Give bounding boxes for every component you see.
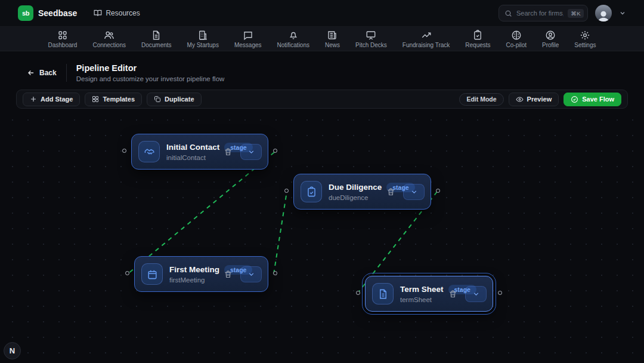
nextjs-dev-badge[interactable]: N	[4, 342, 21, 359]
newspaper-icon	[327, 30, 338, 41]
stage-key: firstMeeting	[169, 276, 216, 284]
layout-grid-icon	[92, 96, 99, 103]
search-shortcut-badge: ⌘K	[568, 9, 584, 18]
nav-item-fundraising-track[interactable]: Fundraising Track	[402, 30, 450, 48]
user-menu-chevron-icon[interactable]	[619, 10, 626, 17]
stage-node-first-meeting[interactable]: First Meeting stage firstMeeting	[134, 256, 268, 292]
input-port[interactable]	[284, 189, 289, 193]
stage-node-due-diligence[interactable]: Due Diligence stage dueDiligence	[293, 174, 431, 210]
building-icon	[197, 30, 208, 41]
stage-title: First Meeting	[169, 265, 219, 274]
gear-icon	[580, 30, 590, 41]
page-header: Back Pipeline Editor Design and customiz…	[0, 51, 644, 90]
main-nav: Dashboard Connections Documents My Start…	[0, 27, 644, 51]
connection-layer	[0, 109, 644, 363]
user-circle-icon	[545, 30, 556, 41]
page-subtitle: Design and customize your investor pipel…	[76, 75, 225, 82]
resources-link[interactable]: Resources	[94, 9, 140, 17]
chevron-down-icon	[410, 188, 418, 196]
delete-stage-button[interactable]	[222, 146, 234, 158]
search-icon	[504, 10, 512, 17]
plus-icon	[30, 96, 37, 103]
stage-key: initialContact	[166, 154, 216, 161]
output-port[interactable]	[436, 189, 440, 193]
clipboard-check-icon	[301, 181, 322, 202]
chevron-down-icon	[472, 290, 480, 298]
stage-title: Initial Contact	[166, 143, 219, 152]
delete-stage-button[interactable]	[222, 269, 234, 280]
avatar[interactable]	[595, 5, 612, 21]
file-icon	[372, 283, 394, 304]
delete-stage-button[interactable]	[385, 186, 397, 198]
document-icon	[151, 30, 162, 41]
output-port[interactable]	[273, 149, 277, 153]
chevron-down-icon	[247, 270, 255, 278]
input-port[interactable]	[122, 149, 126, 153]
book-open-icon	[94, 9, 102, 17]
handshake-icon	[138, 141, 160, 162]
input-port[interactable]	[125, 271, 129, 275]
nav-item-news[interactable]: News	[325, 30, 340, 48]
nav-item-documents[interactable]: Documents	[141, 30, 172, 48]
stage-node-term-sheet[interactable]: Term Sheet stage termSheet	[365, 276, 493, 312]
pipeline-canvas[interactable]: Initial Contact stage initialContact	[0, 109, 644, 363]
stage-title: Due Diligence	[329, 183, 382, 192]
top-bar: sb Seedbase Resources Search for firms, …	[0, 0, 644, 27]
expand-stage-button[interactable]	[240, 144, 262, 160]
output-port[interactable]	[273, 271, 277, 275]
nav-item-pitch-decks[interactable]: Pitch Decks	[355, 30, 387, 48]
nav-item-my-startups[interactable]: My Startups	[187, 30, 219, 48]
editor-toolbar: Add Stage Templates Duplicate Edit Mode	[16, 90, 628, 109]
stage-title: Term Sheet	[400, 285, 444, 294]
nav-item-requests[interactable]: Requests	[465, 30, 490, 48]
clipboard-icon	[472, 30, 483, 41]
bell-icon	[288, 30, 299, 41]
seedbase-logo-icon: sb	[18, 5, 33, 21]
delete-stage-button[interactable]	[447, 288, 459, 300]
brand-name: Seedbase	[38, 8, 77, 18]
dashboard-grid-icon	[57, 30, 68, 41]
nav-item-co-pilot[interactable]: Co-pilot	[506, 30, 527, 48]
eye-icon	[516, 96, 524, 103]
nav-item-settings[interactable]: Settings	[574, 30, 596, 48]
nav-item-messages[interactable]: Messages	[234, 30, 262, 48]
presentation-icon	[366, 30, 376, 41]
chevron-down-icon	[247, 148, 255, 156]
resources-label: Resources	[106, 9, 140, 17]
nav-item-connections[interactable]: Connections	[92, 30, 126, 48]
templates-button[interactable]: Templates	[85, 93, 142, 106]
add-stage-button[interactable]: Add Stage	[23, 93, 80, 106]
expand-stage-button[interactable]	[403, 184, 425, 200]
edge-firstMeeting-dueDiligence[interactable]	[274, 192, 287, 274]
copy-icon	[154, 96, 161, 103]
nav-item-profile[interactable]: Profile	[542, 30, 559, 48]
arrow-left-icon	[27, 69, 35, 77]
check-circle-icon	[571, 96, 578, 103]
expand-stage-button[interactable]	[240, 266, 262, 282]
people-icon	[104, 30, 114, 41]
save-flow-button[interactable]: Save Flow	[564, 93, 621, 106]
search-placeholder: Search for firms, com...	[516, 10, 564, 17]
output-port[interactable]	[498, 291, 502, 295]
stage-key: dueDiligence	[329, 194, 379, 201]
page-title: Pipeline Editor	[76, 63, 225, 73]
edit-mode-badge: Edit Mode	[459, 93, 503, 106]
input-port[interactable]	[356, 291, 360, 295]
preview-button[interactable]: Preview	[509, 93, 559, 106]
stage-key: termSheet	[400, 296, 441, 303]
nav-item-notifications[interactable]: Notifications	[277, 30, 309, 48]
search-input[interactable]: Search for firms, com... ⌘K	[499, 5, 588, 21]
stage-node-initial-contact[interactable]: Initial Contact stage initialContact	[131, 134, 268, 170]
duplicate-button[interactable]: Duplicate	[147, 93, 202, 106]
brand[interactable]: sb Seedbase	[18, 5, 77, 21]
expand-stage-button[interactable]	[465, 286, 487, 302]
back-button[interactable]: Back	[27, 69, 57, 77]
chat-icon	[243, 30, 253, 41]
trending-up-icon	[421, 30, 432, 41]
calendar-icon	[141, 263, 163, 285]
header-divider	[66, 64, 67, 82]
nav-item-dashboard[interactable]: Dashboard	[48, 30, 77, 48]
copilot-icon	[511, 30, 522, 41]
